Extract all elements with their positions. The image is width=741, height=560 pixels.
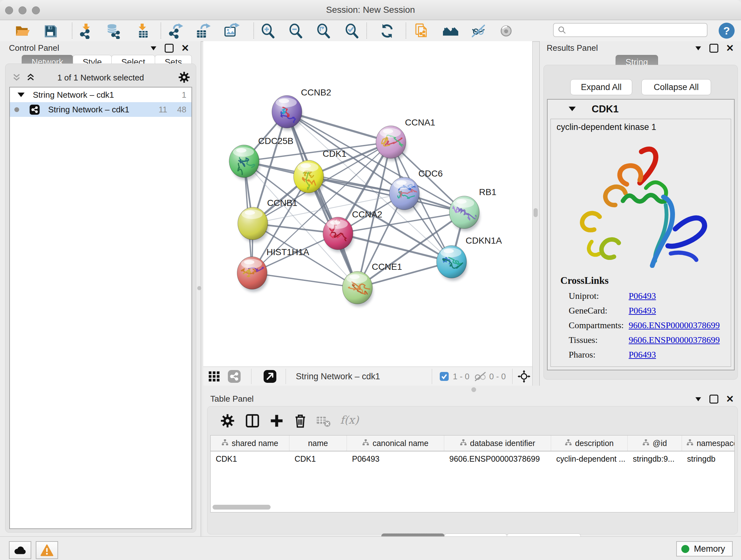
results-panel-splitter-handle[interactable] <box>534 208 538 217</box>
column-label: shared name <box>232 439 278 448</box>
protein-result-box: CDK1 cyclin-dependent kinase 1 <box>547 99 735 370</box>
results-panel-window-icons: ✕ <box>695 44 734 53</box>
help-button[interactable]: ? <box>719 23 735 39</box>
main-toolbar: ? <box>0 20 741 42</box>
panel-collapse-icon[interactable] <box>695 46 702 51</box>
network-graph[interactable]: CCNB2CCNA1CDC25BCDK1CDC6RB1CCNB1CCNA2CDK… <box>203 41 532 367</box>
hide-selected-button[interactable] <box>469 22 487 40</box>
expand-all-button[interactable]: Expand All <box>570 79 632 95</box>
network-options-gear-icon[interactable] <box>178 71 190 83</box>
network-node-ccna2[interactable] <box>323 217 354 252</box>
import-table-button[interactable] <box>133 22 151 40</box>
panel-float-icon[interactable] <box>165 44 174 53</box>
string-protein-query-button[interactable] <box>442 22 460 40</box>
hidden-eye-icon[interactable] <box>474 371 487 381</box>
column-header-name[interactable]: name <box>289 435 347 451</box>
control-panel-splitter-handle[interactable] <box>197 286 201 290</box>
zoom-selected-button[interactable] <box>343 22 361 40</box>
table-cell: CDK1 <box>289 454 347 463</box>
column-header-namespace[interactable]: namespace <box>682 435 735 451</box>
network-node-hist1h1a[interactable] <box>237 257 274 292</box>
column-header--id[interactable]: @id <box>628 435 682 451</box>
protein-expand-caret[interactable] <box>569 107 576 111</box>
toolbar-separator <box>432 369 432 384</box>
apply-preferred-layout-button[interactable] <box>378 22 396 40</box>
toolbar-divider <box>160 23 161 39</box>
birds-eye-view-icon[interactable] <box>517 370 531 383</box>
hierarchy-icon <box>460 439 467 448</box>
network-node-cdc25b[interactable] <box>229 145 260 180</box>
network-node-ccna1[interactable] <box>376 126 407 161</box>
crosslink-row: GeneCard:P06493 <box>551 306 731 318</box>
create-column-plus-icon[interactable] <box>269 414 284 428</box>
network-node-cdkn1a[interactable] <box>436 246 467 281</box>
zoom-out-button[interactable] <box>287 22 305 40</box>
protein-structure-image <box>563 137 723 268</box>
crosslinks-title: CrossLinks <box>560 275 609 287</box>
panel-collapse-icon[interactable] <box>695 397 702 401</box>
column-header-shared-name[interactable]: shared name <box>211 435 289 451</box>
zoom-in-button[interactable] <box>259 22 277 40</box>
column-header-description[interactable]: description <box>551 435 628 451</box>
network-node-ccnb2[interactable] <box>272 96 302 131</box>
panel-float-icon[interactable] <box>710 395 718 403</box>
string-network-icon <box>29 105 40 115</box>
open-session-button[interactable] <box>13 22 31 40</box>
splitter-handle[interactable] <box>471 387 476 392</box>
import-network-button[interactable] <box>77 22 95 40</box>
table-panel-splitter[interactable] <box>203 386 741 393</box>
show-all-button[interactable] <box>497 22 515 40</box>
table-cell: stringdb:9... <box>628 454 682 463</box>
export-image-button[interactable] <box>223 22 241 40</box>
column-label: database identifier <box>470 439 535 448</box>
crosslink-link[interactable]: P06493 <box>629 291 656 301</box>
network-node-cdk1[interactable] <box>293 160 324 195</box>
crosslink-label: GeneCard: <box>569 306 607 316</box>
collection-expand-caret[interactable] <box>17 92 24 97</box>
zoom-fit-content-button[interactable] <box>315 22 333 40</box>
network-node-ccne1[interactable] <box>342 271 373 307</box>
crosslink-link[interactable]: P06493 <box>629 306 656 316</box>
column-header-database-identifier[interactable]: database identifier <box>444 435 551 451</box>
network-collection-row[interactable]: String Network – cdk1 1 <box>10 87 192 102</box>
show-hide-columns-icon[interactable] <box>245 414 260 428</box>
save-session-button[interactable] <box>42 22 59 40</box>
open-in-new-window-icon[interactable] <box>263 370 277 383</box>
panel-close-icon[interactable]: ✕ <box>726 45 734 52</box>
network-row-selected[interactable]: String Network – cdk1 11 48 <box>10 102 192 117</box>
delete-table-icon[interactable] <box>316 414 331 428</box>
function-builder-icon[interactable]: f(x) <box>340 414 369 428</box>
panel-collapse-icon[interactable] <box>150 46 157 51</box>
table-row[interactable]: CDK1CDK1P064939606.ENSP00000378699cyclin… <box>211 451 734 466</box>
grid-view-icon[interactable] <box>208 370 221 383</box>
crosslink-link[interactable]: P06493 <box>629 350 656 360</box>
panel-float-icon[interactable] <box>710 44 718 53</box>
panel-close-icon[interactable]: ✕ <box>181 45 189 52</box>
toolbar-divider <box>366 23 367 39</box>
export-network-button[interactable] <box>167 22 185 40</box>
panel-close-icon[interactable]: ✕ <box>726 395 734 402</box>
network-badge-icon[interactable] <box>227 370 241 383</box>
protein-header[interactable]: CDK1 <box>548 100 734 119</box>
column-header-canonical-name[interactable]: canonical name <box>347 435 444 451</box>
table-horizontal-scrollbar[interactable] <box>212 505 271 509</box>
crosslink-link[interactable]: 9606.ENSP00000378699 <box>629 320 720 330</box>
network-canvas[interactable]: CCNB2CCNA1CDC25BCDK1CDC6RB1CCNB1CCNA2CDK… <box>203 41 533 367</box>
search-input[interactable] <box>566 25 707 36</box>
delete-columns-trash-icon[interactable] <box>293 414 308 428</box>
warnings-button[interactable] <box>36 541 58 559</box>
import-network-from-database-button[interactable] <box>105 22 122 40</box>
crosslink-link[interactable]: 9606.ENSP00000378699 <box>629 335 720 345</box>
selected-checkbox-icon[interactable] <box>440 372 449 381</box>
table-panel-title: Table Panel <box>210 394 254 404</box>
string-import-button[interactable] <box>413 22 431 40</box>
memory-button[interactable]: Memory <box>676 541 733 557</box>
network-node-cdc6[interactable] <box>389 177 422 212</box>
network-node-rb1[interactable] <box>449 196 480 231</box>
collapse-all-button[interactable]: Collapse All <box>642 79 711 95</box>
table-options-gear-icon[interactable] <box>220 414 235 428</box>
network-node-ccnb1[interactable] <box>238 207 268 242</box>
toolbar-divider <box>253 23 254 39</box>
cloud-status-button[interactable] <box>9 541 31 559</box>
export-table-button[interactable] <box>194 22 212 40</box>
